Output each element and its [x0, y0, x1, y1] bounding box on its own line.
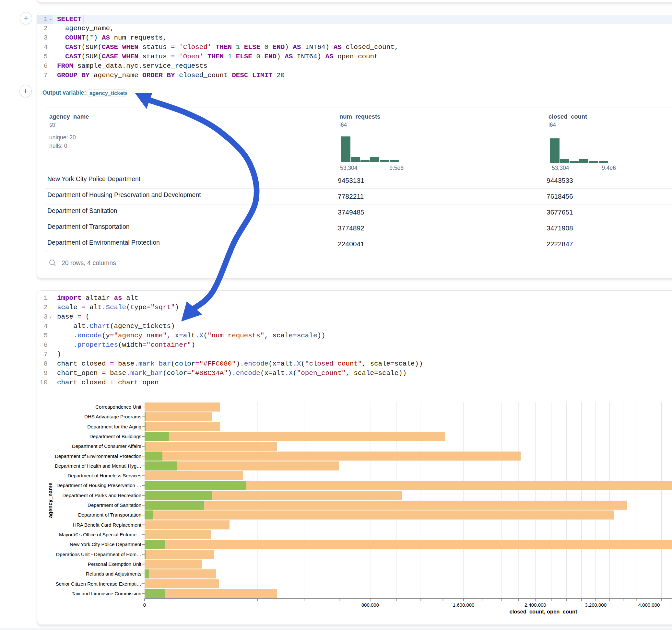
svg-text:Correspondence Unit: Correspondence Unit	[95, 404, 142, 410]
svg-text:Department of Consumer Affairs: Department of Consumer Affairs	[72, 443, 141, 449]
svg-text:closed_count, open_count: closed_count, open_count	[509, 609, 577, 614]
svg-text:2,400,000: 2,400,000	[525, 602, 546, 608]
svg-text:Department of Health and Menta: Department of Health and Mental Hyg…	[55, 463, 141, 468]
svg-text:Department of Sanitation: Department of Sanitation	[88, 502, 141, 508]
svg-text:1,600,000: 1,600,000	[453, 602, 475, 608]
svg-text:agency_name: agency_name	[47, 483, 53, 518]
svg-text:Department of Parks and Recrea: Department of Parks and Recreation	[63, 492, 141, 498]
svg-text:Department of Transportation: Department of Transportation	[78, 512, 141, 517]
svg-text:New York City Police Departmen: New York City Police Department	[70, 541, 142, 547]
svg-text:Senior Citizen Rent Increase E: Senior Citizen Rent Increase Exempti…	[56, 581, 141, 587]
svg-text:Mayorâ€ s Office of Special En: Mayorâ€ s Office of Special Enforce…	[59, 532, 141, 537]
svg-text:Department of Homeless Service: Department of Homeless Services	[67, 473, 141, 478]
svg-text:4,000,000: 4,000,000	[638, 602, 660, 608]
svg-text:Department for the Aging: Department for the Aging	[87, 424, 141, 429]
svg-text:Department of Housing Preserva: Department of Housing Preservation …	[56, 483, 141, 488]
svg-text:Taxi and Limousine Commission: Taxi and Limousine Commission	[72, 591, 141, 596]
svg-text:Personal Exemption Unit: Personal Exemption Unit	[88, 561, 142, 567]
svg-text:3,200,000: 3,200,000	[585, 602, 606, 608]
svg-text:Operations Unit - Department o: Operations Unit - Department of Hom…	[56, 552, 141, 557]
svg-text:Refunds and Adjustments: Refunds and Adjustments	[86, 571, 141, 577]
svg-text:Department of Buildings: Department of Buildings	[90, 434, 141, 439]
svg-text:800,000: 800,000	[361, 602, 379, 608]
svg-text:0: 0	[143, 602, 146, 608]
svg-text:HRA Benefit Card Replacement: HRA Benefit Card Replacement	[73, 522, 142, 528]
svg-text:Department of Environmental Pr: Department of Environmental Protection	[55, 453, 141, 459]
svg-text:DHS Advantage Programs: DHS Advantage Programs	[84, 414, 141, 419]
